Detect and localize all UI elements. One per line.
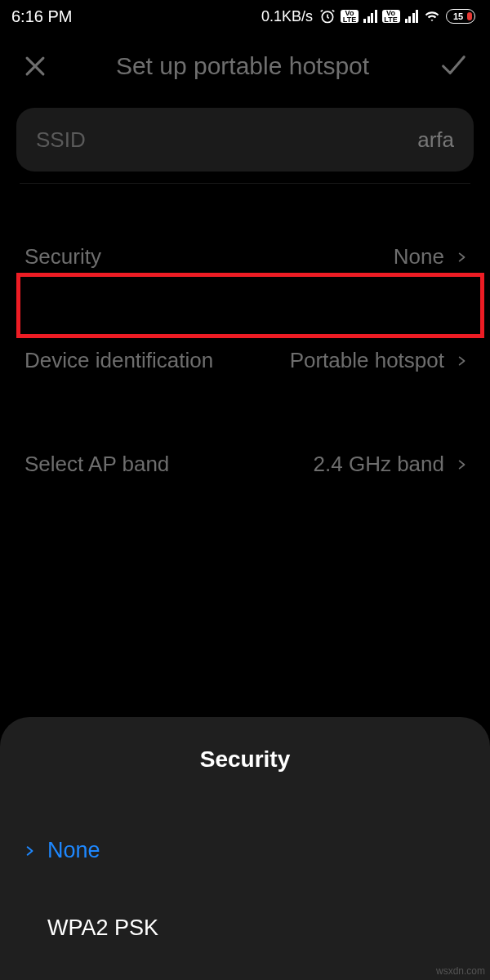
- status-time: 6:16 PM: [11, 7, 72, 26]
- separator: [20, 183, 470, 184]
- sheet-title: Security: [18, 746, 472, 773]
- ssid-label: SSID: [36, 127, 86, 153]
- header: Set up portable hotspot: [0, 33, 490, 108]
- security-sheet: Security None WPA2 PSK: [0, 717, 490, 980]
- security-option-none[interactable]: None: [18, 823, 472, 878]
- security-row[interactable]: Security None: [16, 225, 474, 289]
- security-option-wpa2-label: WPA2 PSK: [47, 915, 158, 941]
- status-right: 0.1KB/s VoLTE VoLTE 15: [261, 8, 475, 25]
- ap-band-label: Select AP band: [24, 452, 169, 477]
- ssid-field[interactable]: SSID arfa: [16, 108, 474, 172]
- alarm-icon: [319, 8, 336, 24]
- status-data-rate: 0.1KB/s: [261, 8, 313, 25]
- device-id-value: Portable hotspot: [290, 348, 444, 373]
- chevron-right-icon: [456, 247, 467, 267]
- security-option-wpa2[interactable]: WPA2 PSK: [18, 901, 472, 956]
- watermark: wsxdn.com: [436, 965, 485, 977]
- chevron-right-icon: [456, 351, 467, 371]
- ap-band-value: 2.4 GHz band: [314, 452, 444, 477]
- chevron-right-icon: [21, 842, 38, 860]
- wifi-icon: [423, 9, 441, 24]
- chevron-right-icon: [456, 455, 467, 474]
- signal-icon-2: [405, 10, 419, 23]
- volte-badge-2: VoLTE: [382, 10, 400, 23]
- ap-band-row[interactable]: Select AP band 2.4 GHz band: [16, 432, 474, 497]
- security-option-none-label: None: [47, 838, 100, 863]
- volte-badge-1: VoLTE: [341, 10, 359, 23]
- page-title: Set up portable hotspot: [116, 52, 369, 80]
- security-label: Security: [24, 244, 101, 270]
- signal-icon-1: [363, 10, 377, 23]
- confirm-icon[interactable]: [436, 52, 469, 80]
- security-value: None: [394, 244, 444, 270]
- ssid-value: arfa: [417, 127, 454, 153]
- device-id-label: Device identification: [24, 348, 213, 373]
- device-identification-row[interactable]: Device identification Portable hotspot: [16, 328, 474, 393]
- battery-icon: 15: [446, 9, 475, 24]
- close-icon[interactable]: [21, 52, 49, 80]
- status-bar: 6:16 PM 0.1KB/s VoLTE VoLTE 15: [0, 0, 490, 33]
